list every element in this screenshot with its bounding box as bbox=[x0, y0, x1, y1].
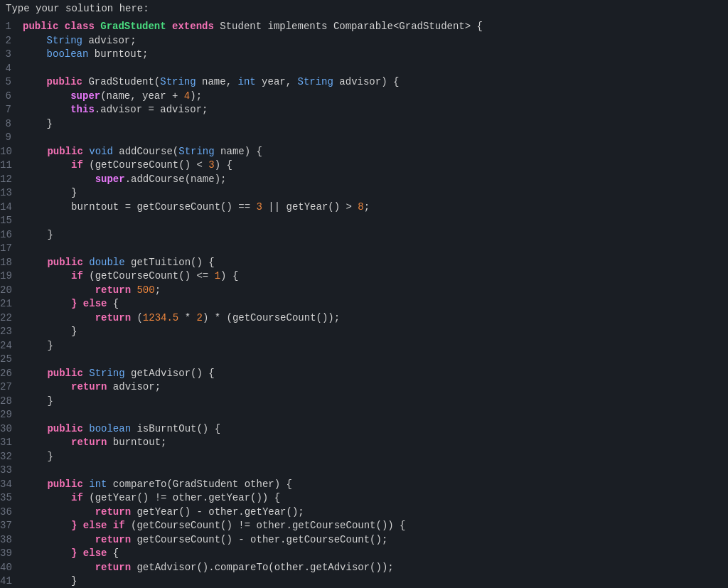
token: } bbox=[23, 229, 53, 240]
prompt-text: Type your solution here: bbox=[6, 3, 149, 14]
code-line: 5 public GradStudent(String name, int ye… bbox=[0, 75, 728, 90]
token: advisor) { bbox=[339, 76, 399, 87]
line-number: 10 bbox=[0, 145, 23, 159]
token: 2 bbox=[197, 312, 203, 324]
line-number: 33 bbox=[0, 464, 23, 478]
code-line: 23 } bbox=[0, 325, 728, 339]
code-line: 2 String advisor; bbox=[0, 34, 728, 48]
token: return bbox=[23, 534, 137, 545]
line-number: 25 bbox=[0, 353, 23, 367]
line-number: 30 bbox=[0, 422, 23, 437]
token: ) * (getCourseCount()); bbox=[203, 312, 340, 324]
code-line: 31 return burntout; bbox=[0, 436, 728, 450]
token: getAdvisor() { bbox=[131, 368, 215, 379]
token: String bbox=[298, 76, 340, 87]
line-number: 12 bbox=[0, 173, 23, 187]
line-content: super.addCourse(name); bbox=[23, 173, 728, 187]
line-content bbox=[23, 353, 728, 367]
line-content: public class GradStudent extends Student… bbox=[23, 20, 728, 34]
code-line: 34 public int compareTo(GradStudent othe… bbox=[0, 478, 728, 492]
token: getYear() - other.getYear(); bbox=[136, 506, 304, 518]
token: getCourseCount() - other.getCourseCount(… bbox=[136, 534, 387, 545]
code-line: 40 return getAdvisor().compareTo(other.g… bbox=[0, 561, 728, 575]
token: advisor; bbox=[113, 381, 161, 392]
token: extends bbox=[172, 21, 220, 32]
code-area[interactable]: 1public class GradStudent extends Studen… bbox=[0, 20, 728, 588]
token: public bbox=[23, 21, 65, 32]
code-line: 11 if (getCourseCount() < 3) { bbox=[0, 159, 728, 173]
token: return bbox=[23, 284, 137, 296]
token: } bbox=[23, 118, 53, 129]
line-content: return getYear() - other.getYear(); bbox=[23, 506, 728, 520]
line-content bbox=[23, 408, 728, 422]
line-content: public GradStudent(String name, int year… bbox=[23, 75, 728, 90]
code-line: 19 if (getCourseCount() <= 1) { bbox=[0, 269, 728, 284]
token: 1234.5 bbox=[143, 312, 178, 324]
line-content bbox=[23, 62, 728, 76]
token: String bbox=[160, 76, 202, 87]
line-number: 21 bbox=[0, 297, 23, 311]
token: int bbox=[89, 479, 113, 490]
line-content: } else { bbox=[23, 297, 728, 311]
token: (getCourseCount() < bbox=[89, 159, 208, 171]
line-number: 7 bbox=[0, 103, 23, 117]
token: GradStudent( bbox=[88, 76, 160, 87]
line-content: if (getYear() != other.getYear()) { bbox=[23, 491, 728, 506]
token: (getYear() != other.getYear()) { bbox=[89, 492, 280, 503]
line-number: 2 bbox=[0, 34, 23, 48]
code-line: 27 return advisor; bbox=[0, 380, 728, 395]
line-content bbox=[23, 131, 728, 145]
line-content: } bbox=[23, 325, 728, 339]
token: GradStudent bbox=[100, 21, 172, 32]
line-number: 9 bbox=[0, 131, 23, 145]
line-content: } bbox=[23, 117, 728, 132]
code-line: 25 bbox=[0, 353, 728, 367]
line-number: 39 bbox=[0, 547, 23, 561]
token: isBurntOut() { bbox=[136, 423, 220, 434]
token: ) { bbox=[215, 159, 232, 171]
line-content: return advisor; bbox=[23, 380, 728, 395]
code-line: 4 bbox=[0, 62, 728, 76]
line-content: return 500; bbox=[23, 284, 728, 298]
token: } bbox=[23, 187, 77, 198]
token: advisor; bbox=[88, 35, 136, 46]
code-line: 15 bbox=[0, 214, 728, 228]
code-line: 14 burntout = getCourseCount() == 3 || g… bbox=[0, 201, 728, 215]
line-content bbox=[23, 464, 728, 478]
code-line: 12 super.addCourse(name); bbox=[0, 173, 728, 187]
token: super bbox=[23, 90, 100, 102]
line-number: 37 bbox=[0, 519, 23, 533]
token: { bbox=[113, 547, 119, 559]
token: return bbox=[23, 381, 113, 392]
token: { bbox=[113, 298, 119, 309]
token: } else if bbox=[23, 520, 131, 531]
token: this bbox=[23, 104, 95, 115]
line-content: } bbox=[23, 395, 728, 409]
line-content: this.advisor = advisor; bbox=[23, 103, 728, 117]
token: name, bbox=[202, 76, 237, 87]
code-line: 24 } bbox=[0, 339, 728, 353]
token: String bbox=[23, 35, 88, 46]
token: ) { bbox=[220, 270, 238, 282]
code-line: 20 return 500; bbox=[0, 284, 728, 298]
token: .advisor = advisor; bbox=[95, 104, 208, 115]
code-line: 7 this.advisor = advisor; bbox=[0, 103, 728, 117]
token: Student implements Comparable<GradStuden… bbox=[220, 21, 483, 32]
token: addCourse( bbox=[119, 146, 178, 157]
line-number: 23 bbox=[0, 325, 23, 339]
line-content: } bbox=[23, 186, 728, 201]
code-line: 37 } else if (getCourseCount() != other.… bbox=[0, 519, 728, 533]
line-number: 8 bbox=[0, 117, 23, 132]
token: public bbox=[23, 146, 89, 157]
line-content: } bbox=[23, 574, 728, 588]
code-line: 13 } bbox=[0, 186, 728, 201]
token: public bbox=[23, 368, 89, 379]
token: if bbox=[23, 492, 89, 503]
token: public bbox=[23, 257, 89, 268]
token: 8 bbox=[358, 201, 363, 213]
line-number: 14 bbox=[0, 201, 23, 215]
token: boolean bbox=[23, 48, 95, 60]
token: .addCourse(name); bbox=[125, 173, 227, 185]
line-number: 16 bbox=[0, 228, 23, 242]
line-number: 6 bbox=[0, 90, 23, 104]
